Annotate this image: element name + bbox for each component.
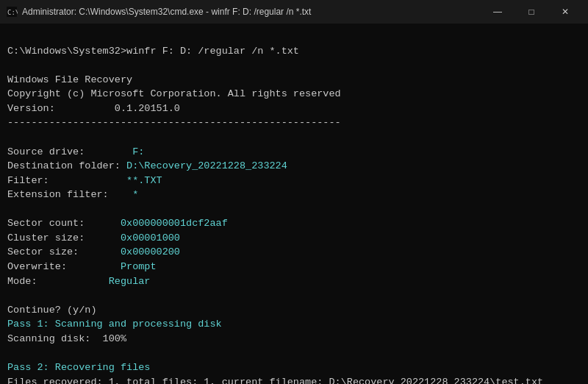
ext-filter-label: Extension filter: [7,189,109,200]
close-button[interactable]: ✕ [548,0,582,24]
dest-folder-label: Destination folder: [7,160,121,171]
dest-folder-value: D:\Recovery_20221228_233224 [126,160,287,171]
filter-value: **.TXT [126,175,162,186]
pass1-line: Pass 1: Scanning and processing disk [7,319,222,330]
sector-count-label: Sector count: [7,218,85,229]
source-drive-value: F: [132,146,144,157]
window-title: Administrator: C:\Windows\System32\cmd.e… [22,7,481,17]
mode-value: Regular [109,276,151,287]
source-drive-label: Source drive: [7,146,85,157]
scanning-line: Scanning disk: 100% [7,333,126,344]
command-line: C:\Windows\System32>winfr F: D: /regular… [7,46,299,57]
version-line: Version: 0.1.20151.0 [7,103,180,114]
filter-label: Filter: [7,175,49,186]
copyright-line: Copyright (c) Microsoft Corporation. All… [7,88,341,99]
terminal-window[interactable]: C:\Windows\System32>winfr F: D: /regular… [0,24,588,384]
sector-count-value: 0x000000001dcf2aaf [121,218,228,229]
app-name: Windows File Recovery [7,74,132,85]
pass2-line: Pass 2: Recovering files [7,362,150,373]
separator: ----------------------------------------… [7,117,341,128]
continue-prompt: Continue? (y/n) [7,305,97,316]
cluster-size-value: 0x00001000 [121,232,180,243]
ext-filter-value: * [132,189,138,200]
svg-text:C:\: C:\ [7,9,18,16]
sector-size-label: Sector size: [7,246,79,257]
sector-size-value: 0x00000200 [121,246,180,257]
overwrite-value: Prompt [121,261,157,272]
mode-label: Mode: [7,276,37,287]
title-bar: C:\ Administrator: C:\Windows\System32\c… [0,0,588,24]
minimize-button[interactable]: — [481,0,514,24]
cluster-size-label: Cluster size: [7,232,85,243]
cmd-icon: C:\ [6,6,18,18]
maximize-button[interactable]: □ [514,0,548,24]
files-recovered-line: Files recovered: 1, total files: 1, curr… [7,377,543,385]
overwrite-label: Overwrite: [7,261,67,272]
